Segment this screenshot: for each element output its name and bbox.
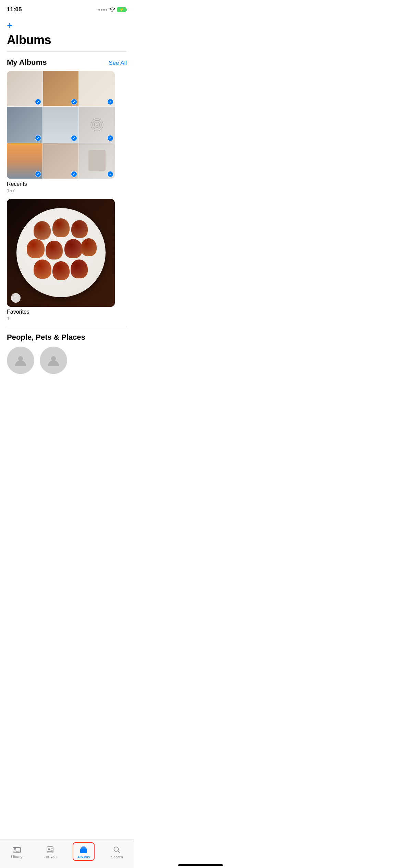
signal-dot-1 [98,9,100,11]
people-section: People, Pets & Places [0,327,134,374]
signal-dot-2 [101,9,102,11]
battery-indicator: ⚡ [117,7,127,12]
my-albums-header: My Albums See All [0,52,134,71]
favorites-name: Favorites [7,309,127,315]
people-title: People, Pets & Places [7,327,127,347]
grid-cell-2 [43,71,79,107]
favorites-count: 1 [7,316,127,321]
status-time: 11:05 [7,6,22,13]
grid-cell-1 [7,71,42,107]
check-badge-4 [35,135,41,141]
signal-dots [98,9,107,11]
my-albums-title: My Albums [7,58,47,67]
grid-cell-3 [79,71,115,107]
spiral-icon [90,118,104,132]
status-bar: 11:05 ⚡ [0,0,134,17]
person-avatar-1[interactable] [7,347,34,374]
grid-cell-9 [79,143,115,179]
person-icon-1 [14,354,27,366]
person-icon-2 [47,354,60,366]
person-avatar-2[interactable] [40,347,67,374]
people-row [7,347,127,374]
recents-grid [7,71,115,179]
signal-dot-3 [103,9,105,11]
status-icons: ⚡ [98,7,127,12]
check-badge-6 [107,135,113,141]
wifi-icon [109,8,115,12]
svg-point-3 [96,124,98,126]
recents-count: 157 [7,188,127,193]
svg-point-1 [93,120,101,129]
grid-cell-7 [7,143,42,179]
see-all-button[interactable]: See All [109,60,127,67]
battery-nub [126,9,127,11]
favorites-album[interactable]: ♡ Favorites 1 [0,199,134,327]
recents-album[interactable]: Recents 157 [0,71,134,199]
grid-cell-6 [79,107,115,143]
svg-point-2 [94,122,100,128]
grid-cell-4 [7,107,42,143]
add-album-button[interactable]: + [0,17,134,32]
grid-cell-8 [43,143,79,179]
signal-dot-4 [106,9,107,11]
page-title: Albums [0,32,134,51]
svg-point-5 [51,356,56,361]
favorites-thumbnail: ♡ [7,199,115,307]
check-badge-1 [35,99,41,105]
heart-badge: ♡ [11,293,21,303]
svg-point-4 [18,356,23,361]
recents-name: Recents [7,181,127,187]
recents-thumbnail [7,71,115,179]
battery-bolt-icon: ⚡ [119,8,124,12]
grid-cell-5 [43,107,79,143]
